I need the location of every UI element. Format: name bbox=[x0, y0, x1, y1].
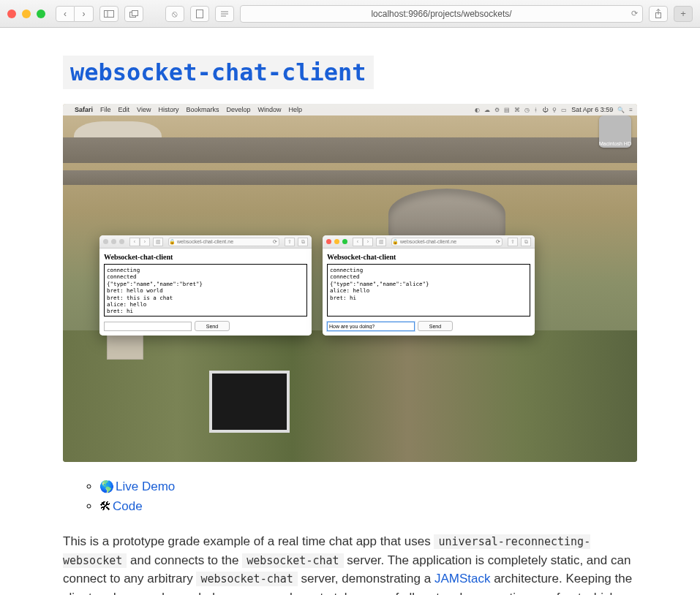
spotlight-icon: 🔍 bbox=[617, 107, 625, 113]
globe-icon: 🌎 bbox=[99, 480, 114, 493]
tabs-icon bbox=[129, 10, 138, 18]
menu-file: File bbox=[100, 106, 111, 113]
code-snippet: websocket-chat bbox=[242, 553, 343, 568]
address-bar[interactable]: localhost:9966/projects/websockets/ ⟳ bbox=[240, 5, 643, 23]
tabs-button[interactable] bbox=[124, 6, 143, 22]
chat-log: connecting connected {"type":"name","nam… bbox=[104, 264, 307, 317]
mini-toolbar: ‹ › ▥ 🔒websocket-chat-client.ne ⟳ ⇧ ⧉ bbox=[99, 235, 312, 249]
project-links: 🌎Live Demo 🛠Code bbox=[99, 477, 637, 516]
menubar-status-icon: ⚙ bbox=[494, 107, 500, 113]
mini-sidebar-button: ▥ bbox=[153, 238, 163, 246]
menu-window: Window bbox=[257, 106, 281, 113]
live-demo-link[interactable]: Live Demo bbox=[116, 480, 175, 493]
mini-share-button: ⇧ bbox=[508, 238, 518, 246]
close-window-button[interactable] bbox=[7, 10, 16, 18]
page-content: websocket-chat-client Safari File Edit V… bbox=[0, 28, 700, 595]
mini-back-button: ‹ bbox=[353, 238, 363, 246]
svg-rect-3 bbox=[132, 10, 138, 15]
mini-traffic-lights bbox=[103, 239, 124, 244]
mini-back-button: ‹ bbox=[129, 238, 140, 246]
menubar-status-icon: ☁ bbox=[484, 107, 490, 113]
mini-sidebar-button: ▥ bbox=[376, 238, 386, 246]
jamstack-link[interactable]: JAMStack bbox=[434, 572, 491, 585]
reader-list-button[interactable] bbox=[190, 6, 209, 22]
list-item: 🌎Live Demo bbox=[99, 477, 637, 496]
mini-share-button: ⇧ bbox=[285, 238, 295, 246]
share-button[interactable] bbox=[649, 6, 668, 22]
menubar-clock: Sat Apr 6 3:59 bbox=[571, 106, 613, 113]
send-button[interactable]: Send bbox=[195, 321, 230, 331]
menu-bookmarks: Bookmarks bbox=[186, 106, 219, 113]
menubar-menus: File Edit View History Bookmarks Develop… bbox=[100, 106, 302, 113]
chat-page-title: Websocket-chat-client bbox=[327, 253, 530, 261]
back-button[interactable]: ‹ bbox=[56, 6, 75, 22]
mini-tabs-button: ⧉ bbox=[298, 238, 308, 246]
menu-develop: Develop bbox=[226, 106, 250, 113]
reader-button[interactable] bbox=[215, 6, 234, 22]
traffic-lights bbox=[7, 10, 45, 18]
chat-message-input[interactable] bbox=[104, 322, 192, 331]
disk-label: Macintosh HD bbox=[599, 141, 631, 146]
mini-address-bar: 🔒websocket-chat-client.ne ⟳ bbox=[168, 238, 279, 246]
svg-rect-0 bbox=[105, 10, 114, 17]
sidebar-icon bbox=[104, 10, 114, 18]
page-title: websocket-chat-client bbox=[63, 56, 374, 89]
mini-address-bar: 🔒websocket-chat-client.ne ⟳ bbox=[391, 238, 503, 246]
mini-traffic-lights bbox=[326, 239, 347, 244]
notifications-icon: ≡ bbox=[629, 107, 633, 113]
send-button[interactable]: Send bbox=[418, 321, 453, 331]
list-item: 🛠Code bbox=[99, 496, 637, 516]
chat-message-input[interactable] bbox=[327, 322, 415, 331]
maximize-window-button[interactable] bbox=[37, 10, 45, 18]
forward-button[interactable]: › bbox=[75, 6, 94, 22]
mini-toolbar: ‹ › ▥ 🔒websocket-chat-client.ne ⟳ ⇧ ⧉ bbox=[323, 235, 535, 249]
share-icon bbox=[654, 9, 663, 19]
menubar-status-icon: ◐ bbox=[475, 107, 480, 113]
menu-history: History bbox=[158, 106, 178, 113]
chat-log: connecting connected {"type":"name","nam… bbox=[327, 264, 530, 317]
menubar-status-icon: ᚼ bbox=[534, 107, 538, 113]
menubar-app-name: Safari bbox=[75, 106, 93, 113]
svg-rect-4 bbox=[197, 10, 203, 18]
new-tab-button[interactable]: + bbox=[674, 6, 693, 22]
menubar-wifi-icon: ⚲ bbox=[552, 107, 557, 113]
project-description: This is a prototype grade example of a r… bbox=[63, 532, 637, 595]
menubar-status-icon: ▤ bbox=[504, 107, 510, 113]
reload-icon[interactable]: ⟳ bbox=[631, 9, 638, 18]
menubar-battery-icon: ▭ bbox=[561, 107, 567, 113]
hero-screenshot: Safari File Edit View History Bookmarks … bbox=[63, 104, 637, 462]
menu-view: View bbox=[137, 106, 151, 113]
code-link[interactable]: Code bbox=[113, 499, 143, 513]
chat-window-alice: ‹ › ▥ 🔒websocket-chat-client.ne ⟳ ⇧ ⧉ We… bbox=[323, 235, 535, 336]
chat-page-title: Websocket-chat-client bbox=[104, 253, 307, 261]
browser-toolbar: ‹ › ⦸ localhost:9966/projects/websockets… bbox=[0, 0, 700, 28]
chat-window-bret: ‹ › ▥ 🔒websocket-chat-client.ne ⟳ ⇧ ⧉ We… bbox=[99, 235, 312, 336]
sidebar-button[interactable] bbox=[99, 6, 118, 22]
mini-tabs-button: ⧉ bbox=[521, 238, 531, 246]
address-bar-text: localhost:9966/projects/websockets/ bbox=[371, 9, 511, 19]
menu-help: Help bbox=[288, 106, 302, 113]
menubar-status-icon: ⌘ bbox=[514, 107, 520, 113]
nav-buttons: ‹ › bbox=[56, 6, 94, 22]
menubar-status-icon: ⏻ bbox=[542, 107, 548, 113]
menu-edit: Edit bbox=[118, 106, 130, 113]
menubar-status-icon: ◷ bbox=[524, 107, 530, 113]
reader-list-icon bbox=[196, 10, 203, 18]
code-snippet: websocket-chat bbox=[196, 572, 297, 586]
privacy-button[interactable]: ⦸ bbox=[165, 6, 184, 22]
reader-icon bbox=[220, 10, 229, 18]
tools-icon: 🛠 bbox=[99, 500, 111, 512]
minimize-window-button[interactable] bbox=[22, 10, 31, 18]
mini-forward-button: › bbox=[363, 238, 373, 246]
screenshot-menubar: Safari File Edit View History Bookmarks … bbox=[63, 104, 637, 115]
mini-forward-button: › bbox=[140, 238, 150, 246]
desktop-disk-icon: Macintosh HD bbox=[599, 115, 631, 148]
